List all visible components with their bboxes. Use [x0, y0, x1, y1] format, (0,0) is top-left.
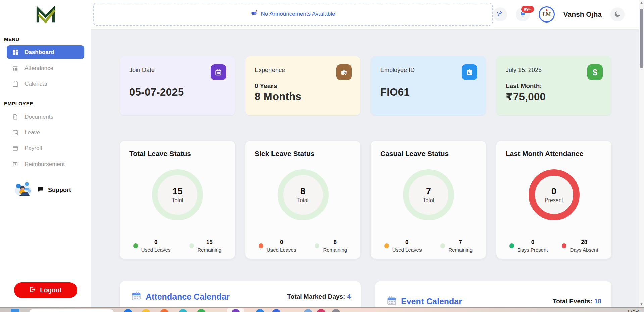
sidebar-item-calendar[interactable]: Calendar: [7, 77, 84, 91]
legend-value: 0: [141, 239, 171, 246]
start-button[interactable]: [11, 309, 19, 312]
sidebar-item-label: Payroll: [24, 145, 42, 152]
sidebar-item-dashboard[interactable]: Dashboard: [7, 45, 84, 59]
notifications-button[interactable]: 99+: [516, 7, 530, 21]
menu-section-label: MENU: [4, 36, 87, 42]
sidebar-item-payroll[interactable]: Payroll: [7, 141, 84, 155]
donut-label: Total: [172, 197, 183, 204]
chart-card-title: Casual Leave Status: [378, 150, 449, 158]
dock-icon[interactable]: [160, 309, 169, 312]
notification-badge: 99+: [521, 5, 535, 13]
dock-icon[interactable]: [317, 309, 326, 312]
legend-value: 15: [197, 239, 221, 246]
donut-value: 15: [172, 186, 182, 197]
dock-icon[interactable]: [256, 309, 264, 312]
sidebar-item-label: Calendar: [24, 81, 48, 87]
legend-item: 0Days Present: [509, 239, 548, 253]
chart-card-title: Total Leave Status: [127, 150, 191, 158]
card-title: Attendance Calendar: [146, 292, 230, 302]
sidebar-item-label: Reimbursement: [24, 161, 65, 168]
moon-icon: [613, 10, 622, 19]
salary-card: July 15, 2025 $ Last Month: ₹75,000: [496, 56, 611, 115]
announcement-banner: No Announcements Available: [93, 3, 493, 26]
donut-chart: 15 Total: [152, 169, 203, 220]
scrollbar-up-arrow[interactable]: ▲: [639, 1, 644, 5]
leave-calendar-icon: [12, 129, 19, 136]
stat-card-subvalue: Last Month:: [506, 82, 602, 90]
legend-value: 0: [267, 239, 296, 246]
announcement-text: No Announcements Available: [261, 11, 335, 17]
legend-value: 0: [392, 239, 422, 246]
taskbar-search[interactable]: [29, 309, 114, 312]
chat-bubble-icon: [37, 186, 44, 195]
card-meta: Total Marked Days:4: [287, 293, 351, 300]
scrollbar-thumb[interactable]: [640, 9, 643, 68]
dark-mode-toggle[interactable]: [610, 7, 625, 21]
sidebar-item-label: Documents: [24, 114, 53, 120]
dock-icon[interactable]: [332, 309, 340, 312]
svg-text:$: $: [14, 163, 16, 166]
chart-legend: 0Days Present 28Days Absent: [509, 239, 598, 253]
donut-label: Total: [423, 197, 434, 204]
chart-card-title: Last Month Attendance: [504, 150, 583, 158]
dock-icon[interactable]: [142, 309, 150, 312]
app-logo[interactable]: [33, 5, 59, 26]
donut-value: 7: [426, 186, 431, 197]
stat-card-value: 8 Months: [255, 91, 351, 103]
sidebar-item-attendance[interactable]: Attendance: [7, 61, 84, 75]
sidebar-item-documents[interactable]: Documents: [7, 110, 84, 124]
legend-label: Used Leaves: [267, 247, 296, 253]
legend-dot: [384, 243, 389, 248]
stat-card-value: FIO61: [380, 86, 477, 98]
legend-item: 0Used Leaves: [384, 239, 422, 253]
dollar-glyph: $: [593, 68, 597, 77]
dock-icon[interactable]: [123, 309, 132, 312]
experience-card: Experience 0 Years 8 Months: [245, 56, 360, 115]
chart-card-title: Sick Leave Status: [253, 150, 315, 158]
legend-dot: [189, 243, 194, 248]
chart-legend: 0Used Leaves 7Remaining: [384, 239, 473, 253]
support-label: Support: [48, 187, 71, 194]
sick-leave-card: Sick Leave Status 8 Total 0Used Leaves 8…: [245, 141, 360, 259]
legend-dot: [440, 243, 445, 248]
sidebar-item-leave[interactable]: Leave: [7, 126, 84, 139]
legend-item: 7Remaining: [440, 239, 473, 253]
support-illustration: [14, 181, 34, 199]
employee-section-label: EMPLOYEE: [4, 101, 87, 106]
calendar-badge-icon: [211, 64, 226, 80]
dock-icon[interactable]: [197, 309, 206, 312]
sidebar-item-label: Leave: [24, 129, 40, 136]
dock-icon[interactable]: [272, 309, 281, 312]
user-name: Vansh Ojha: [563, 10, 602, 18]
legend-dot: [509, 243, 514, 248]
sidebar-item-support[interactable]: Support: [14, 181, 86, 199]
quick-action-button[interactable]: [493, 7, 507, 21]
topbar: No Announcements Available: [91, 0, 644, 29]
sidebar-item-reimbursement[interactable]: $ Reimbursement: [7, 157, 84, 171]
sparkle-arrow-icon: [496, 10, 504, 19]
legend-value: 7: [448, 239, 473, 246]
calendar-emoji-icon: [131, 291, 141, 302]
card-meta-label: Total Events:: [553, 298, 592, 305]
avatar-monogram: LM: [543, 11, 551, 17]
user-avatar[interactable]: LM: [539, 6, 555, 23]
dashboard-content: Join Date 05-07-2025 Experience: [91, 29, 644, 312]
dock-icon[interactable]: [179, 309, 187, 312]
join-date-card: Join Date 05-07-2025: [120, 56, 235, 115]
calendar-emoji-icon: [387, 296, 397, 307]
card-meta-value: 4: [347, 293, 351, 300]
legend-value: 0: [517, 239, 548, 246]
dock-icon[interactable]: [304, 309, 312, 312]
topbar-actions: 99+ LM Vansh Ojha: [493, 0, 625, 29]
logout-button[interactable]: Logout: [14, 282, 77, 298]
dollar-icon: $: [587, 64, 603, 80]
stat-card-value: ₹75,000: [506, 91, 602, 103]
scrollbar[interactable]: ▲ ▼: [639, 0, 644, 307]
donut-chart: 0 Present: [529, 169, 580, 220]
scrollbar-down-arrow[interactable]: ▼: [639, 302, 644, 306]
legend-label: Used Leaves: [392, 247, 422, 253]
donut-label: Total: [297, 197, 309, 204]
donut-value: 0: [551, 186, 556, 197]
card-meta: Total Events:18: [553, 298, 601, 305]
legend-item: 15Remaining: [189, 239, 221, 253]
